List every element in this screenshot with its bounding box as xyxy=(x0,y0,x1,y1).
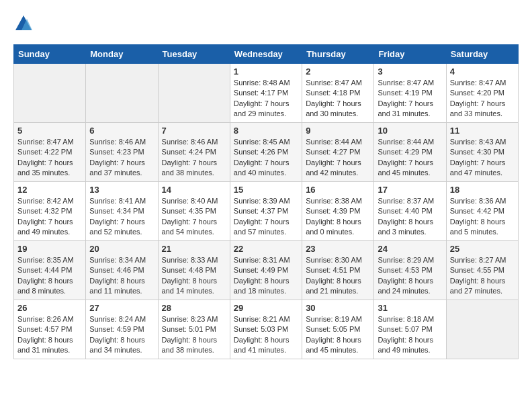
cell-line: Sunrise: 8:46 AM xyxy=(89,138,146,146)
cell-line: Sunset: 4:51 PM xyxy=(306,266,360,274)
calendar-cell: 23Sunrise: 8:30 AMSunset: 4:51 PMDayligh… xyxy=(302,241,374,300)
cell-line: Sunrise: 8:44 AM xyxy=(306,138,362,146)
cell-line: Sunset: 4:23 PM xyxy=(89,148,144,156)
cell-content: Sunrise: 8:48 AMSunset: 4:17 PMDaylight:… xyxy=(234,78,298,120)
cell-line: Daylight: 8 hours xyxy=(378,277,433,285)
cell-line: Sunset: 4:55 PM xyxy=(450,266,504,274)
cell-line: and 18 minutes. xyxy=(234,287,286,295)
cell-line: Sunset: 4:32 PM xyxy=(17,207,72,215)
calendar-cell: 6Sunrise: 8:46 AMSunset: 4:23 PMDaylight… xyxy=(86,123,158,182)
cell-line: and 24 minutes. xyxy=(378,287,430,295)
calendar-cell xyxy=(158,64,230,123)
calendar-cell: 28Sunrise: 8:23 AMSunset: 5:01 PMDayligh… xyxy=(158,300,230,359)
day-number: 2 xyxy=(306,66,370,77)
calendar-cell: 10Sunrise: 8:44 AMSunset: 4:29 PMDayligh… xyxy=(374,123,446,182)
cell-line: Sunset: 4:48 PM xyxy=(162,266,216,274)
calendar-cell: 12Sunrise: 8:42 AMSunset: 4:32 PMDayligh… xyxy=(14,182,86,241)
cell-line: Daylight: 8 hours xyxy=(234,277,290,285)
cell-line: Sunrise: 8:27 AM xyxy=(450,256,506,264)
cell-line: Sunset: 4:49 PM xyxy=(234,266,288,274)
cell-content: Sunrise: 8:34 AMSunset: 4:46 PMDaylight:… xyxy=(89,255,154,297)
cell-line: Sunset: 4:17 PM xyxy=(234,89,288,97)
cell-line: Sunrise: 8:41 AM xyxy=(89,197,146,205)
cell-line: Sunrise: 8:18 AM xyxy=(378,315,434,323)
cell-line: Daylight: 8 hours xyxy=(162,277,218,285)
cell-line: Sunrise: 8:31 AM xyxy=(234,256,290,264)
cell-line: Sunset: 5:03 PM xyxy=(234,325,288,333)
cell-line: Daylight: 7 hours xyxy=(450,99,506,107)
day-number: 6 xyxy=(89,126,154,136)
cell-content: Sunrise: 8:35 AMSunset: 4:44 PMDaylight:… xyxy=(17,255,82,297)
day-number: 1 xyxy=(234,66,298,77)
cell-content: Sunrise: 8:44 AMSunset: 4:27 PMDaylight:… xyxy=(306,137,370,179)
day-number: 21 xyxy=(162,244,226,254)
cell-line: Sunrise: 8:35 AM xyxy=(17,256,74,264)
header xyxy=(13,13,519,34)
cell-content: Sunrise: 8:30 AMSunset: 4:51 PMDaylight:… xyxy=(306,255,370,297)
cell-line: Daylight: 7 hours xyxy=(17,218,73,226)
cell-line: Sunrise: 8:45 AM xyxy=(234,138,290,146)
cell-line: and 31 minutes. xyxy=(17,346,70,354)
cell-content: Sunrise: 8:46 AMSunset: 4:23 PMDaylight:… xyxy=(89,137,154,179)
cell-content: Sunrise: 8:21 AMSunset: 5:03 PMDaylight:… xyxy=(234,314,298,356)
cell-line: Sunrise: 8:47 AM xyxy=(17,138,74,146)
cell-content: Sunrise: 8:45 AMSunset: 4:26 PMDaylight:… xyxy=(234,137,298,179)
cell-line: and 0 minutes. xyxy=(306,228,354,236)
cell-line: Daylight: 7 hours xyxy=(450,158,506,167)
calendar-week-5: 26Sunrise: 8:26 AMSunset: 4:57 PMDayligh… xyxy=(14,300,519,359)
day-number: 20 xyxy=(89,244,154,254)
cell-line: Sunset: 5:05 PM xyxy=(306,325,360,333)
calendar-cell: 22Sunrise: 8:31 AMSunset: 4:49 PMDayligh… xyxy=(230,241,302,300)
cell-line: Sunset: 5:01 PM xyxy=(162,325,216,333)
cell-content: Sunrise: 8:36 AMSunset: 4:42 PMDaylight:… xyxy=(450,196,515,238)
cell-line: Daylight: 7 hours xyxy=(234,158,290,167)
cell-line: Daylight: 8 hours xyxy=(378,336,433,344)
cell-content: Sunrise: 8:23 AMSunset: 5:01 PMDaylight:… xyxy=(162,314,226,356)
cell-line: Daylight: 7 hours xyxy=(89,218,145,226)
calendar-cell: 19Sunrise: 8:35 AMSunset: 4:44 PMDayligh… xyxy=(14,241,86,300)
cell-line: Sunrise: 8:47 AM xyxy=(306,79,362,87)
day-number: 9 xyxy=(306,126,370,136)
cell-line: Daylight: 7 hours xyxy=(162,158,218,167)
calendar-cell: 4Sunrise: 8:47 AMSunset: 4:20 PMDaylight… xyxy=(446,64,518,123)
cell-line: and 49 minutes. xyxy=(378,346,430,354)
cell-line: Sunrise: 8:21 AM xyxy=(234,315,290,323)
calendar-cell: 17Sunrise: 8:37 AMSunset: 4:40 PMDayligh… xyxy=(374,182,446,241)
cell-line: Sunset: 4:26 PM xyxy=(234,148,288,156)
cell-line: Daylight: 8 hours xyxy=(162,336,218,344)
cell-line: Daylight: 8 hours xyxy=(306,218,361,226)
calendar-cell: 8Sunrise: 8:45 AMSunset: 4:26 PMDaylight… xyxy=(230,123,302,182)
day-header-tuesday: Tuesday xyxy=(158,45,230,64)
cell-content: Sunrise: 8:38 AMSunset: 4:39 PMDaylight:… xyxy=(306,196,370,238)
day-number: 5 xyxy=(17,126,82,136)
cell-content: Sunrise: 8:31 AMSunset: 4:49 PMDaylight:… xyxy=(234,255,298,297)
calendar-week-4: 19Sunrise: 8:35 AMSunset: 4:44 PMDayligh… xyxy=(14,241,519,300)
cell-line: Sunset: 4:44 PM xyxy=(17,266,72,274)
cell-line: Sunset: 4:59 PM xyxy=(89,325,144,333)
calendar-cell: 15Sunrise: 8:39 AMSunset: 4:37 PMDayligh… xyxy=(230,182,302,241)
cell-line: Daylight: 8 hours xyxy=(450,277,506,285)
cell-line: and 45 minutes. xyxy=(378,169,430,177)
calendar-cell: 26Sunrise: 8:26 AMSunset: 4:57 PMDayligh… xyxy=(14,300,86,359)
day-header-sunday: Sunday xyxy=(14,45,86,64)
cell-line: Sunset: 4:35 PM xyxy=(162,207,216,215)
cell-line: Sunset: 4:46 PM xyxy=(89,266,144,274)
calendar-cell: 16Sunrise: 8:38 AMSunset: 4:39 PMDayligh… xyxy=(302,182,374,241)
calendar-cell: 5Sunrise: 8:47 AMSunset: 4:22 PMDaylight… xyxy=(14,123,86,182)
day-number: 3 xyxy=(378,66,442,77)
cell-line: and 35 minutes. xyxy=(17,169,70,177)
cell-line: Daylight: 7 hours xyxy=(306,158,361,167)
cell-line: Sunrise: 8:29 AM xyxy=(378,256,434,264)
cell-line: Daylight: 7 hours xyxy=(306,99,361,107)
cell-line: Daylight: 8 hours xyxy=(234,336,290,344)
day-number: 8 xyxy=(234,126,298,136)
cell-line: Daylight: 8 hours xyxy=(450,218,506,226)
cell-content: Sunrise: 8:46 AMSunset: 4:24 PMDaylight:… xyxy=(162,137,226,179)
calendar-cell: 20Sunrise: 8:34 AMSunset: 4:46 PMDayligh… xyxy=(86,241,158,300)
cell-content: Sunrise: 8:43 AMSunset: 4:30 PMDaylight:… xyxy=(450,137,515,179)
day-number: 17 xyxy=(378,185,442,195)
cell-content: Sunrise: 8:47 AMSunset: 4:19 PMDaylight:… xyxy=(378,78,442,120)
cell-content: Sunrise: 8:47 AMSunset: 4:22 PMDaylight:… xyxy=(17,137,82,179)
page: SundayMondayTuesdayWednesdayThursdayFrid… xyxy=(0,0,532,366)
day-header-wednesday: Wednesday xyxy=(230,45,302,64)
